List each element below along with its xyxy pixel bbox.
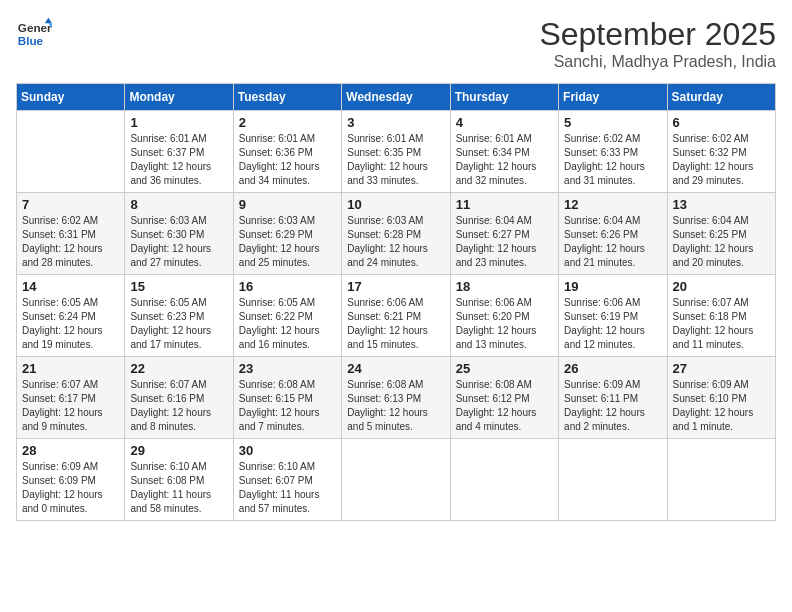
header-thursday: Thursday: [450, 84, 558, 111]
calendar-cell: 27Sunrise: 6:09 AM Sunset: 6:10 PM Dayli…: [667, 357, 775, 439]
calendar-cell: 8Sunrise: 6:03 AM Sunset: 6:30 PM Daylig…: [125, 193, 233, 275]
calendar-cell: 15Sunrise: 6:05 AM Sunset: 6:23 PM Dayli…: [125, 275, 233, 357]
calendar-cell: 21Sunrise: 6:07 AM Sunset: 6:17 PM Dayli…: [17, 357, 125, 439]
calendar-cell: 22Sunrise: 6:07 AM Sunset: 6:16 PM Dayli…: [125, 357, 233, 439]
calendar-cell: 26Sunrise: 6:09 AM Sunset: 6:11 PM Dayli…: [559, 357, 667, 439]
day-detail: Sunrise: 6:01 AM Sunset: 6:36 PM Dayligh…: [239, 132, 336, 188]
calendar-cell: 9Sunrise: 6:03 AM Sunset: 6:29 PM Daylig…: [233, 193, 341, 275]
day-number: 29: [130, 443, 227, 458]
calendar-week-2: 7Sunrise: 6:02 AM Sunset: 6:31 PM Daylig…: [17, 193, 776, 275]
calendar-header-row: SundayMondayTuesdayWednesdayThursdayFrid…: [17, 84, 776, 111]
calendar-week-3: 14Sunrise: 6:05 AM Sunset: 6:24 PM Dayli…: [17, 275, 776, 357]
day-number: 20: [673, 279, 770, 294]
day-detail: Sunrise: 6:01 AM Sunset: 6:35 PM Dayligh…: [347, 132, 444, 188]
day-detail: Sunrise: 6:03 AM Sunset: 6:28 PM Dayligh…: [347, 214, 444, 270]
calendar-cell: 19Sunrise: 6:06 AM Sunset: 6:19 PM Dayli…: [559, 275, 667, 357]
day-number: 6: [673, 115, 770, 130]
header-wednesday: Wednesday: [342, 84, 450, 111]
day-number: 23: [239, 361, 336, 376]
day-number: 24: [347, 361, 444, 376]
calendar-cell: 4Sunrise: 6:01 AM Sunset: 6:34 PM Daylig…: [450, 111, 558, 193]
day-detail: Sunrise: 6:03 AM Sunset: 6:29 PM Dayligh…: [239, 214, 336, 270]
header-friday: Friday: [559, 84, 667, 111]
day-number: 13: [673, 197, 770, 212]
day-detail: Sunrise: 6:09 AM Sunset: 6:11 PM Dayligh…: [564, 378, 661, 434]
calendar-cell: [450, 439, 558, 521]
day-number: 7: [22, 197, 119, 212]
calendar-cell: 25Sunrise: 6:08 AM Sunset: 6:12 PM Dayli…: [450, 357, 558, 439]
calendar-week-4: 21Sunrise: 6:07 AM Sunset: 6:17 PM Dayli…: [17, 357, 776, 439]
calendar-cell: [559, 439, 667, 521]
day-number: 16: [239, 279, 336, 294]
calendar-cell: 3Sunrise: 6:01 AM Sunset: 6:35 PM Daylig…: [342, 111, 450, 193]
day-detail: Sunrise: 6:07 AM Sunset: 6:18 PM Dayligh…: [673, 296, 770, 352]
calendar-cell: 29Sunrise: 6:10 AM Sunset: 6:08 PM Dayli…: [125, 439, 233, 521]
day-detail: Sunrise: 6:02 AM Sunset: 6:33 PM Dayligh…: [564, 132, 661, 188]
calendar-cell: 24Sunrise: 6:08 AM Sunset: 6:13 PM Dayli…: [342, 357, 450, 439]
calendar-cell: 20Sunrise: 6:07 AM Sunset: 6:18 PM Dayli…: [667, 275, 775, 357]
day-detail: Sunrise: 6:02 AM Sunset: 6:31 PM Dayligh…: [22, 214, 119, 270]
day-number: 14: [22, 279, 119, 294]
day-number: 5: [564, 115, 661, 130]
day-number: 19: [564, 279, 661, 294]
logo-icon: General Blue: [16, 16, 52, 52]
day-detail: Sunrise: 6:09 AM Sunset: 6:09 PM Dayligh…: [22, 460, 119, 516]
day-number: 18: [456, 279, 553, 294]
month-title: September 2025: [539, 16, 776, 53]
day-detail: Sunrise: 6:04 AM Sunset: 6:27 PM Dayligh…: [456, 214, 553, 270]
header-monday: Monday: [125, 84, 233, 111]
day-detail: Sunrise: 6:07 AM Sunset: 6:17 PM Dayligh…: [22, 378, 119, 434]
day-number: 27: [673, 361, 770, 376]
day-number: 1: [130, 115, 227, 130]
day-detail: Sunrise: 6:06 AM Sunset: 6:21 PM Dayligh…: [347, 296, 444, 352]
day-detail: Sunrise: 6:10 AM Sunset: 6:07 PM Dayligh…: [239, 460, 336, 516]
calendar-cell: 28Sunrise: 6:09 AM Sunset: 6:09 PM Dayli…: [17, 439, 125, 521]
day-number: 28: [22, 443, 119, 458]
day-detail: Sunrise: 6:10 AM Sunset: 6:08 PM Dayligh…: [130, 460, 227, 516]
day-number: 3: [347, 115, 444, 130]
day-detail: Sunrise: 6:08 AM Sunset: 6:15 PM Dayligh…: [239, 378, 336, 434]
day-number: 8: [130, 197, 227, 212]
calendar-cell: 7Sunrise: 6:02 AM Sunset: 6:31 PM Daylig…: [17, 193, 125, 275]
calendar-cell: 6Sunrise: 6:02 AM Sunset: 6:32 PM Daylig…: [667, 111, 775, 193]
day-number: 17: [347, 279, 444, 294]
day-number: 21: [22, 361, 119, 376]
day-number: 12: [564, 197, 661, 212]
day-number: 11: [456, 197, 553, 212]
page-header: General Blue September 2025 Sanchi, Madh…: [16, 16, 776, 71]
calendar-cell: 16Sunrise: 6:05 AM Sunset: 6:22 PM Dayli…: [233, 275, 341, 357]
calendar-cell: 1Sunrise: 6:01 AM Sunset: 6:37 PM Daylig…: [125, 111, 233, 193]
calendar-cell: [17, 111, 125, 193]
calendar-cell: 14Sunrise: 6:05 AM Sunset: 6:24 PM Dayli…: [17, 275, 125, 357]
location-subtitle: Sanchi, Madhya Pradesh, India: [539, 53, 776, 71]
header-saturday: Saturday: [667, 84, 775, 111]
title-section: September 2025 Sanchi, Madhya Pradesh, I…: [539, 16, 776, 71]
day-detail: Sunrise: 6:05 AM Sunset: 6:22 PM Dayligh…: [239, 296, 336, 352]
calendar-cell: [342, 439, 450, 521]
day-number: 15: [130, 279, 227, 294]
day-detail: Sunrise: 6:06 AM Sunset: 6:20 PM Dayligh…: [456, 296, 553, 352]
day-detail: Sunrise: 6:08 AM Sunset: 6:12 PM Dayligh…: [456, 378, 553, 434]
day-number: 26: [564, 361, 661, 376]
calendar-cell: 10Sunrise: 6:03 AM Sunset: 6:28 PM Dayli…: [342, 193, 450, 275]
calendar-cell: 23Sunrise: 6:08 AM Sunset: 6:15 PM Dayli…: [233, 357, 341, 439]
day-detail: Sunrise: 6:02 AM Sunset: 6:32 PM Dayligh…: [673, 132, 770, 188]
calendar-cell: 11Sunrise: 6:04 AM Sunset: 6:27 PM Dayli…: [450, 193, 558, 275]
calendar-cell: 18Sunrise: 6:06 AM Sunset: 6:20 PM Dayli…: [450, 275, 558, 357]
day-number: 4: [456, 115, 553, 130]
calendar-cell: 30Sunrise: 6:10 AM Sunset: 6:07 PM Dayli…: [233, 439, 341, 521]
day-number: 30: [239, 443, 336, 458]
svg-text:Blue: Blue: [18, 34, 44, 47]
day-number: 25: [456, 361, 553, 376]
day-detail: Sunrise: 6:06 AM Sunset: 6:19 PM Dayligh…: [564, 296, 661, 352]
day-detail: Sunrise: 6:05 AM Sunset: 6:24 PM Dayligh…: [22, 296, 119, 352]
header-sunday: Sunday: [17, 84, 125, 111]
day-detail: Sunrise: 6:04 AM Sunset: 6:26 PM Dayligh…: [564, 214, 661, 270]
calendar-cell: 17Sunrise: 6:06 AM Sunset: 6:21 PM Dayli…: [342, 275, 450, 357]
day-detail: Sunrise: 6:05 AM Sunset: 6:23 PM Dayligh…: [130, 296, 227, 352]
day-detail: Sunrise: 6:04 AM Sunset: 6:25 PM Dayligh…: [673, 214, 770, 270]
day-detail: Sunrise: 6:01 AM Sunset: 6:37 PM Dayligh…: [130, 132, 227, 188]
day-detail: Sunrise: 6:03 AM Sunset: 6:30 PM Dayligh…: [130, 214, 227, 270]
logo: General Blue: [16, 16, 52, 52]
day-detail: Sunrise: 6:01 AM Sunset: 6:34 PM Dayligh…: [456, 132, 553, 188]
